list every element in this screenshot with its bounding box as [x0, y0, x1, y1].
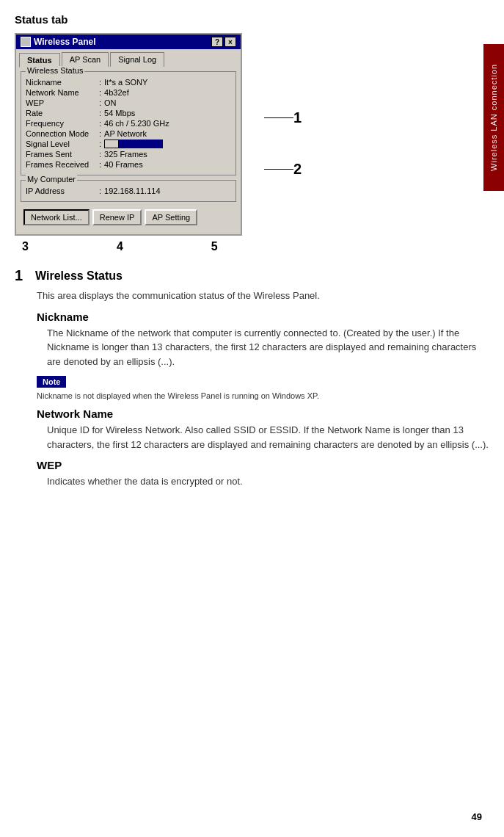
nickname-body: The Nickname of the network that compute… — [47, 326, 489, 369]
close-button[interactable]: × — [224, 37, 236, 47]
wireless-status-content: Nickname : It*s a SONY Network Name : 4b… — [26, 78, 231, 169]
signal-bar-filled — [119, 140, 163, 148]
frequency-row: Frequency : 46 ch / 5.230 GHz — [26, 119, 231, 128]
section-1-heading: 1 Wireless Status — [15, 268, 489, 283]
frames-received-value: 40 Frames — [104, 160, 143, 169]
dialog-buttons: Network List... Renew IP AP Setting — [21, 206, 236, 230]
frames-received-row: Frames Received : 40 Frames — [26, 160, 231, 169]
network-name-row: Network Name : 4b32ef — [26, 88, 231, 97]
connection-mode-value: AP Network — [104, 129, 147, 138]
panel-wrapper: Wireless Panel ? × Status AP Scan Signal… — [15, 33, 489, 253]
callout-1-line — [264, 117, 293, 118]
rate-label: Rate — [26, 109, 99, 117]
body-content: 1 Wireless Status This area displays the… — [0, 268, 504, 489]
frames-received-label: Frames Received — [26, 160, 99, 169]
network-name-value: 4b32ef — [104, 88, 129, 97]
nickname-label: Nickname — [26, 78, 99, 87]
rate-value: 54 Mbps — [104, 109, 135, 117]
ap-setting-button[interactable]: AP Setting — [145, 209, 197, 225]
frequency-value: 46 ch / 5.230 GHz — [104, 119, 169, 128]
connection-mode-label: Connection Mode — [26, 129, 99, 138]
wep-row: WEP : ON — [26, 98, 231, 107]
callout-2-line — [264, 169, 293, 170]
nickname-row: Nickname : It*s a SONY — [26, 78, 231, 87]
intro-paragraph: This area displays the communication sta… — [37, 289, 489, 303]
page-title: Status tab — [15, 13, 68, 26]
signal-bar-empty — [104, 140, 119, 148]
frames-sent-value: 325 Frames — [104, 150, 147, 159]
network-name-body: Unique ID for Wireless Network. Also cal… — [47, 423, 489, 452]
tab-ap-scan[interactable]: AP Scan — [62, 52, 109, 67]
dialog-title: Wireless Panel — [34, 37, 96, 47]
wireless-panel-dialog: Wireless Panel ? × Status AP Scan Signal… — [15, 33, 242, 253]
ip-address-label: IP Address — [26, 186, 99, 195]
note-box: Note Nickname is not displayed when the … — [37, 376, 319, 402]
network-list-button[interactable]: Network List... — [23, 209, 90, 225]
my-computer-section: My Computer IP Address : 192.168.11.114 — [21, 180, 236, 202]
rate-row: Rate : 54 Mbps — [26, 109, 231, 117]
my-computer-legend: My Computer — [26, 175, 77, 184]
wep-body: Indicates whether the data is encrypted … — [47, 474, 489, 489]
titlebar-buttons: ? × — [211, 37, 236, 47]
side-label: Wireless LAN connection — [483, 44, 504, 191]
callout-1-area: 1 — [264, 109, 302, 126]
ip-address-value: 192.168.11.114 — [104, 186, 160, 195]
bottom-callout-labels: 3 4 5 — [15, 240, 242, 253]
callout-label-4: 4 — [117, 240, 123, 253]
signal-bar — [104, 140, 163, 148]
tab-signal-log[interactable]: Signal Log — [110, 52, 164, 67]
callout-1: 1 — [293, 109, 302, 126]
signal-level-label: Signal Level — [26, 140, 99, 148]
page-header: Status tab — [0, 0, 504, 33]
callout-numbers: 1 2 — [264, 33, 302, 195]
ip-address-row: IP Address : 192.168.11.114 — [26, 186, 231, 195]
my-computer-content: IP Address : 192.168.11.114 — [26, 186, 231, 195]
wep-heading: WEP — [37, 459, 489, 471]
dialog-inner: Wireless Status Nickname : It*s a SONY N… — [16, 67, 241, 234]
dialog-icon — [21, 37, 31, 47]
note-label: Note — [37, 376, 66, 388]
frequency-label: Frequency — [26, 119, 99, 128]
renew-ip-button[interactable]: Renew IP — [92, 209, 142, 225]
nickname-heading: Nickname — [37, 311, 489, 323]
frames-sent-label: Frames Sent — [26, 150, 99, 159]
network-name-heading: Network Name — [37, 407, 489, 420]
section-1-title: Wireless Status — [35, 268, 123, 283]
callout-label-5: 5 — [211, 240, 218, 253]
tab-status[interactable]: Status — [19, 53, 60, 68]
callout-2-area: 2 — [264, 161, 302, 178]
connection-mode-row: Connection Mode : AP Network — [26, 129, 231, 138]
titlebar-left: Wireless Panel — [21, 37, 96, 47]
wireless-status-legend: Wireless Status — [26, 66, 84, 75]
wireless-status-section: Wireless Status Nickname : It*s a SONY N… — [21, 71, 236, 175]
callout-label-3: 3 — [22, 240, 29, 253]
main-content: Wireless Panel ? × Status AP Scan Signal… — [0, 33, 504, 253]
signal-level-row: Signal Level : — [26, 140, 231, 148]
wep-value: ON — [104, 98, 117, 107]
page-number: 49 — [472, 811, 482, 822]
dialog-titlebar: Wireless Panel ? × — [16, 35, 241, 49]
frames-sent-row: Frames Sent : 325 Frames — [26, 150, 231, 159]
tabs-row: Status AP Scan Signal Log — [16, 49, 241, 67]
dialog-box: Wireless Panel ? × Status AP Scan Signal… — [15, 33, 242, 236]
help-button[interactable]: ? — [211, 37, 223, 47]
wep-label: WEP — [26, 98, 99, 107]
network-name-label: Network Name — [26, 88, 99, 97]
section-1-number: 1 — [15, 268, 29, 283]
nickname-value: It*s a SONY — [104, 78, 147, 87]
callout-2: 2 — [293, 161, 302, 178]
side-label-text: Wireless LAN connection — [489, 64, 498, 171]
note-text: Nickname is not displayed when the Wirel… — [37, 391, 319, 402]
